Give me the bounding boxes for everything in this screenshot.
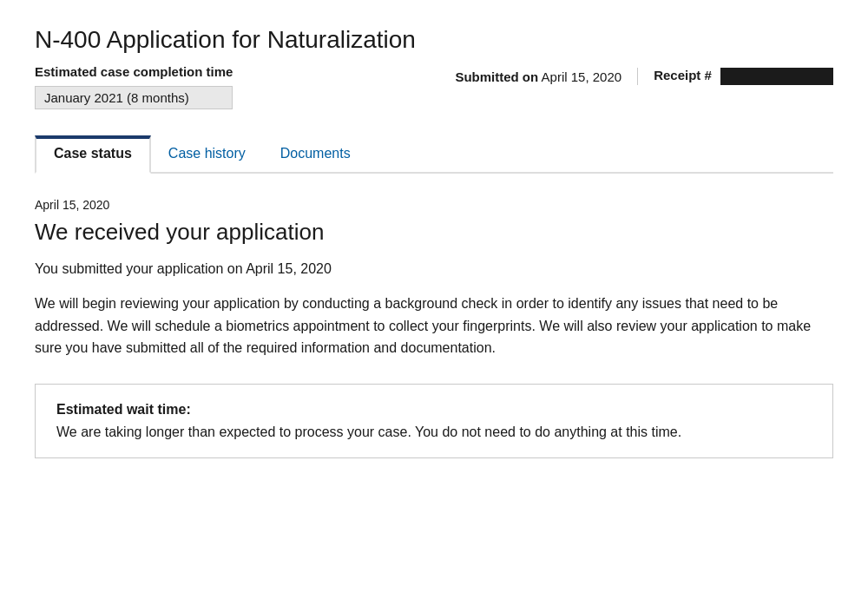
page-title: N-400 Application for Naturalization <box>35 26 833 54</box>
header-meta: Estimated case completion time January 2… <box>35 64 833 109</box>
case-body: We will begin reviewing your application… <box>35 293 833 359</box>
wait-time-label: Estimated wait time: <box>56 402 812 418</box>
estimated-label: Estimated case completion time <box>35 64 233 79</box>
vertical-divider <box>637 68 638 85</box>
submitted-on: Submitted on April 15, 2020 <box>455 69 621 84</box>
case-heading: We received your application <box>35 219 833 246</box>
wait-time-box: Estimated wait time: We are taking longe… <box>35 384 833 458</box>
tab-case-status[interactable]: Case status <box>35 135 151 174</box>
wait-time-text: We are taking longer than expected to pr… <box>56 424 812 440</box>
case-subtext: You submitted your application on April … <box>35 261 833 277</box>
case-date: April 15, 2020 <box>35 198 833 212</box>
tab-case-history[interactable]: Case history <box>151 137 263 172</box>
tab-documents[interactable]: Documents <box>263 137 368 172</box>
submission-info: Submitted on April 15, 2020 Receipt # <box>455 68 833 85</box>
tabs-nav: Case status Case history Documents <box>35 135 833 174</box>
receipt-redacted-block <box>720 68 833 85</box>
receipt-number: Receipt # <box>654 68 833 85</box>
estimated-value: January 2021 (8 months) <box>35 86 233 109</box>
content-area: April 15, 2020 We received your applicat… <box>35 174 833 476</box>
estimated-section: Estimated case completion time January 2… <box>35 64 233 109</box>
